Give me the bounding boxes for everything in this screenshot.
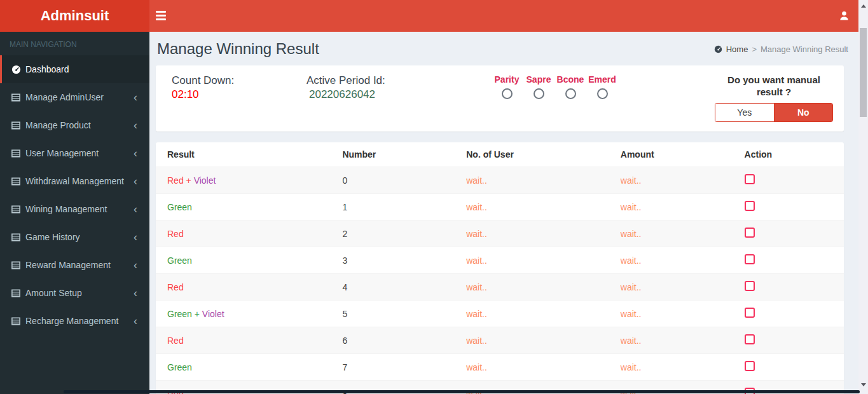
action-cell <box>733 301 844 327</box>
sidebar-item-label: Manage Product <box>25 120 134 130</box>
sidebar-item-label: Withdrawal Management <box>25 176 134 186</box>
number-cell: 3 <box>331 247 455 274</box>
sidebar-item-label: User Management <box>25 148 134 158</box>
vertical-scrollbar[interactable] <box>858 0 868 394</box>
game-option-label: Parity <box>491 74 523 85</box>
game-option-radio[interactable] <box>502 88 513 99</box>
result-checkbox[interactable] <box>745 201 755 211</box>
content-header: Manage Winning Result Home > Manage Winn… <box>149 32 858 64</box>
scroll-down-arrow-icon[interactable] <box>858 380 868 390</box>
sidebar-item-reward-management[interactable]: Reward Management ‹ <box>0 251 149 279</box>
result-main: Green <box>167 202 192 212</box>
result-cell: Green <box>156 247 331 274</box>
result-main: Red <box>167 336 184 346</box>
manual-result-block: Do you want manual result ? Yes No <box>715 74 833 122</box>
user-icon[interactable] <box>839 10 850 21</box>
amount-cell: wait.. <box>609 167 733 194</box>
amount-cell: wait.. <box>609 274 733 301</box>
sidebar-item-manage-adminuser[interactable]: Manage AdminUser ‹ <box>0 83 149 111</box>
result-checkbox[interactable] <box>745 361 755 371</box>
action-cell <box>733 167 844 194</box>
result-cell: Red <box>156 274 331 301</box>
no-button[interactable]: No <box>775 104 833 121</box>
table-row: Green + Violet 5 wait.. wait.. <box>156 301 844 327</box>
result-cell: Green + Violet <box>156 301 331 327</box>
table-icon <box>11 93 25 102</box>
table-row: Green 1 wait.. wait.. <box>156 194 844 221</box>
result-checkbox[interactable] <box>745 174 755 184</box>
number-cell: 0 <box>331 167 455 194</box>
action-cell <box>733 194 844 221</box>
manual-result-question: Do you want manual result ? <box>715 74 833 98</box>
sidebar-item-game-history[interactable]: Game History ‹ <box>0 223 149 251</box>
number-cell: 5 <box>331 301 455 327</box>
sidebar-item-amount-setup[interactable]: Amount Setup ‹ <box>0 279 149 307</box>
table-row: Green 3 wait.. wait.. <box>156 247 844 274</box>
sidebar-menu: Dashboard ‹ Manage AdminUser ‹ <box>0 55 149 335</box>
action-cell <box>733 327 844 354</box>
result-main: Green <box>167 255 192 266</box>
manual-result-toggle: Yes No <box>715 103 833 122</box>
scroll-up-arrow-icon[interactable] <box>858 1 868 11</box>
table-row: Red 4 wait.. wait.. <box>156 274 844 301</box>
period-value: 20220626042 <box>307 88 465 101</box>
hamburger-menu-icon[interactable] <box>156 11 166 20</box>
sidebar-item-wining-management[interactable]: Wining Management ‹ <box>0 195 149 223</box>
result-cell: Green <box>156 354 331 381</box>
chevron-left-icon: ‹ <box>134 149 140 158</box>
breadcrumb-separator: > <box>752 44 757 54</box>
number-cell: 2 <box>331 221 455 247</box>
sidebar-item-manage-product[interactable]: Manage Product ‹ <box>0 111 149 139</box>
number-cell: 7 <box>331 354 455 381</box>
result-checkbox[interactable] <box>745 254 755 264</box>
result-checkbox[interactable] <box>745 308 755 318</box>
table-icon <box>11 121 25 130</box>
horizontal-scrollbar-thumb[interactable] <box>64 390 860 393</box>
sidebar-item-recharge-management[interactable]: Recharge Management ‹ <box>0 307 149 335</box>
breadcrumb-current: Manage Winning Result <box>761 44 848 54</box>
result-checkbox[interactable] <box>745 228 755 238</box>
result-checkbox[interactable] <box>745 334 755 344</box>
table-icon <box>11 149 25 158</box>
column-header: Result <box>156 142 331 167</box>
no-of-user-cell: wait.. <box>455 327 609 354</box>
chevron-left-icon: ‹ <box>134 205 140 214</box>
action-cell <box>733 221 844 247</box>
sidebar-item-withdrawal-management[interactable]: Withdrawal Management ‹ <box>0 167 149 195</box>
chevron-left-icon: ‹ <box>134 93 140 102</box>
game-option-radio[interactable] <box>597 88 608 99</box>
results-table-panel: ResultNumberNo. of UserAmountAction Red … <box>156 142 844 394</box>
result-cell: Green <box>156 194 331 221</box>
breadcrumb-home-link[interactable]: Home <box>726 44 748 54</box>
result-main: Red <box>167 282 184 292</box>
sidebar-item-dashboard[interactable]: Dashboard ‹ <box>0 55 149 83</box>
table-icon <box>11 205 25 214</box>
game-option-radio[interactable] <box>565 88 576 99</box>
result-extra: Violet <box>200 309 224 319</box>
result-main: Green <box>167 362 192 372</box>
game-option-emerd: Emerd <box>586 74 618 102</box>
table-row: Red + Violet 0 wait.. wait.. <box>156 167 844 194</box>
amount-cell: wait.. <box>609 301 733 327</box>
table-icon <box>11 261 25 269</box>
sidebar-item-user-management[interactable]: User Management ‹ <box>0 139 149 167</box>
top-navbar: Adminsuit <box>0 0 858 32</box>
game-option-radio[interactable] <box>534 88 544 99</box>
column-header: Action <box>733 142 844 167</box>
result-checkbox[interactable] <box>745 281 755 291</box>
chevron-left-icon: ‹ <box>134 177 140 186</box>
no-of-user-cell: wait.. <box>455 221 609 247</box>
no-of-user-cell: wait.. <box>455 167 609 194</box>
brand-logo[interactable]: Adminsuit <box>0 0 149 32</box>
period-label: Active Period Id: <box>307 74 465 87</box>
result-cell: Red <box>156 221 331 247</box>
game-option-sapre: Sapre <box>523 74 555 102</box>
sidebar-item-label: Game History <box>25 232 134 242</box>
no-of-user-cell: wait.. <box>455 274 609 301</box>
game-option-label: Bcone <box>555 74 586 85</box>
number-cell: 4 <box>331 274 455 301</box>
vertical-scrollbar-thumb[interactable] <box>860 28 867 117</box>
table-icon <box>11 233 25 241</box>
action-cell <box>733 274 844 301</box>
yes-button[interactable]: Yes <box>715 104 775 121</box>
